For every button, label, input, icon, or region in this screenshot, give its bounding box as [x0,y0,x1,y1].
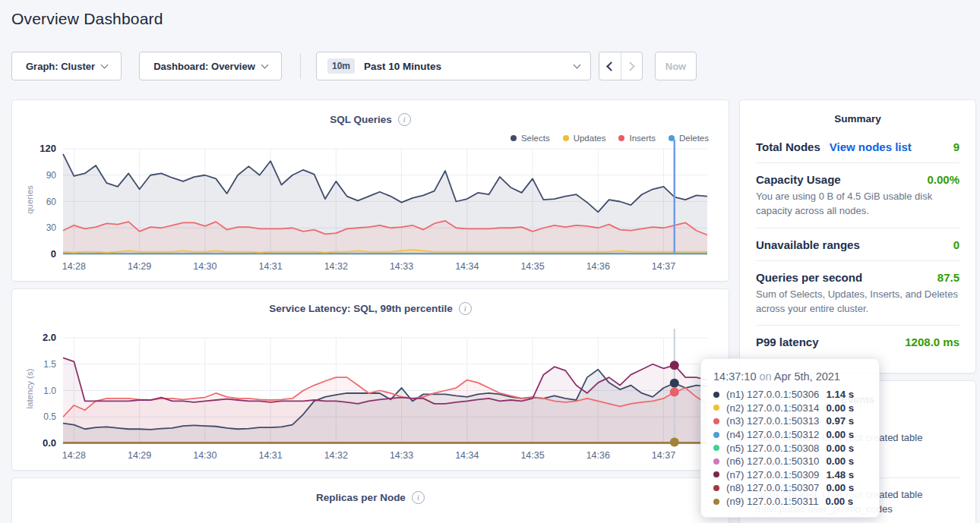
n6-series-dot [713,458,719,465]
time-range-label: Past 10 Minutes [364,61,441,72]
summary-item-total-nodes: Total Nodes View nodes list 9 [756,131,959,163]
graph-selector-label: Graph: Cluster [26,61,95,72]
n5-series-dot [713,445,719,451]
svg-text:14:37: 14:37 [652,261,675,272]
tooltip-row-n9: (n9) 127.0.0.1:503110.00 s [713,495,867,509]
svg-text:14:33: 14:33 [390,450,413,461]
queries-per-second-description: Sum of Selects, Updates, Inserts, and De… [756,288,959,317]
svg-text:0.5: 0.5 [43,411,56,422]
replicas-per-node-chart-panel: Replicas per Node i [11,477,729,523]
n9-series-dot [713,499,719,505]
svg-text:14:31: 14:31 [258,261,282,272]
svg-text:14:32: 14:32 [324,261,348,272]
chevron-down-icon [101,61,109,68]
capacity-usage-description: You are using 0 B of 4.5 GiB usable disk… [756,190,959,219]
svg-text:14:33: 14:33 [390,261,413,272]
n3-series-dot [713,418,719,424]
chevron-right-icon [625,61,635,71]
svg-text:1.0: 1.0 [43,386,56,396]
n8-series-dot [713,485,719,491]
svg-text:90: 90 [46,170,57,181]
chevron-down-icon [261,61,268,68]
svg-text:14:28: 14:28 [62,261,86,272]
svg-text:14:32: 14:32 [324,450,348,461]
queries-per-second-value: 87.5 [937,271,959,284]
summary-header: Summary [740,100,975,124]
n4-series-dot [713,432,719,438]
tooltip-timestamp: 14:37:10 on Apr 5th, 2021 [713,370,867,383]
service-latency-chart-panel: Service Latency: SQL, 99th percentile i … [11,288,729,471]
time-range-badge: 10m [327,58,355,74]
tooltip-row-n2: (n2) 127.0.0.1:503140.00 s [713,402,867,415]
svg-text:14:30: 14:30 [193,450,217,461]
dashboard-selector-label: Dashboard: Overview [153,61,255,72]
tooltip-row-n1: (n1) 127.0.0.1:503061.14 s [713,388,867,402]
svg-text:120: 120 [40,143,56,154]
svg-text:14:36: 14:36 [586,450,610,461]
svg-text:14:29: 14:29 [128,261,151,272]
svg-text:60: 60 [46,197,57,207]
svg-text:14:36: 14:36 [586,261,610,272]
time-step-button-group [599,52,643,80]
page-title: Overview Dashboard [11,10,163,28]
now-button-label: Now [665,61,686,72]
svg-text:14:34: 14:34 [455,261,479,272]
tooltip-row-n3: (n3) 127.0.0.1:503130.97 s [713,414,867,428]
n1-series-dot [713,392,719,398]
tooltip-row-n8: (n8) 127.0.0.1:503070.00 s [713,481,867,495]
unavailable-ranges-value: 0 [953,238,959,251]
svg-text:14:35: 14:35 [520,450,544,461]
svg-text:30: 30 [46,222,57,233]
service-latency-plot-area[interactable]: 14:2814:2914:3014:3114:3214:3314:3414:35… [12,289,730,474]
graph-selector-dropdown[interactable]: Graph: Cluster [11,52,122,80]
svg-text:14:29: 14:29 [128,450,151,461]
sql-queries-plot-area[interactable]: 14:2814:2914:3014:3114:3214:3314:3414:35… [12,100,730,285]
p99-latency-value: 1208.0 ms [905,336,959,348]
chart-hover-tooltip: 14:37:10 on Apr 5th, 2021 (n1) 127.0.0.1… [700,358,880,518]
svg-text:14:34: 14:34 [455,450,479,461]
time-step-back-button[interactable] [599,52,621,80]
replicas-per-node-chart-title: Replicas per Node [316,492,406,503]
now-button[interactable]: Now [655,52,697,80]
capacity-usage-value: 0.00% [927,173,959,186]
tooltip-row-n4: (n4) 127.0.0.1:503120.00 s [713,428,867,442]
dashboard-selector-dropdown[interactable]: Dashboard: Overview [139,52,282,80]
svg-text:0: 0 [51,248,56,260]
svg-text:0.0: 0.0 [43,437,56,449]
n7-series-dot [713,471,719,477]
svg-text:14:31: 14:31 [258,450,282,461]
summary-item-capacity-usage: Capacity Usage 0.00% You are using 0 B o… [756,163,959,228]
overview-dashboard-page: Overview Dashboard Graph: Cluster Dashbo… [0,0,980,523]
summary-item-unavailable-ranges: Unavailable ranges 0 [756,228,959,261]
sql-queries-chart-panel: SQL Queries i Selects Updates Inserts De… [11,99,729,282]
summary-item-p99-latency: P99 latency 1208.0 ms [756,326,959,358]
info-icon[interactable]: i [412,491,425,504]
svg-text:14:35: 14:35 [520,261,544,272]
view-nodes-list-link[interactable]: View nodes list [830,140,912,153]
svg-text:2.0: 2.0 [43,332,56,343]
tooltip-row-n5: (n5) 127.0.0.1:503080.00 s [713,441,867,455]
time-step-forward-button[interactable] [621,52,643,80]
tooltip-row-n6: (n6) 127.0.0.1:503100.00 s [713,455,867,468]
time-range-dropdown[interactable]: 10m Past 10 Minutes [316,52,591,80]
chevron-left-icon [606,61,616,71]
svg-text:1.5: 1.5 [43,359,56,370]
svg-text:14:37: 14:37 [652,450,675,461]
controls-divider [300,53,301,79]
summary-panel: Summary Total Nodes View nodes list 9 Ca… [739,99,976,373]
tooltip-row-n7: (n7) 127.0.0.1:503091.48 s [713,468,867,482]
chevron-down-icon [574,61,581,68]
n2-series-dot [713,405,719,411]
svg-text:14:28: 14:28 [62,450,86,461]
total-nodes-value: 9 [953,140,959,153]
summary-item-queries-per-second: Queries per second 87.5 Sum of Selects, … [756,261,959,326]
svg-text:14:30: 14:30 [193,261,217,272]
